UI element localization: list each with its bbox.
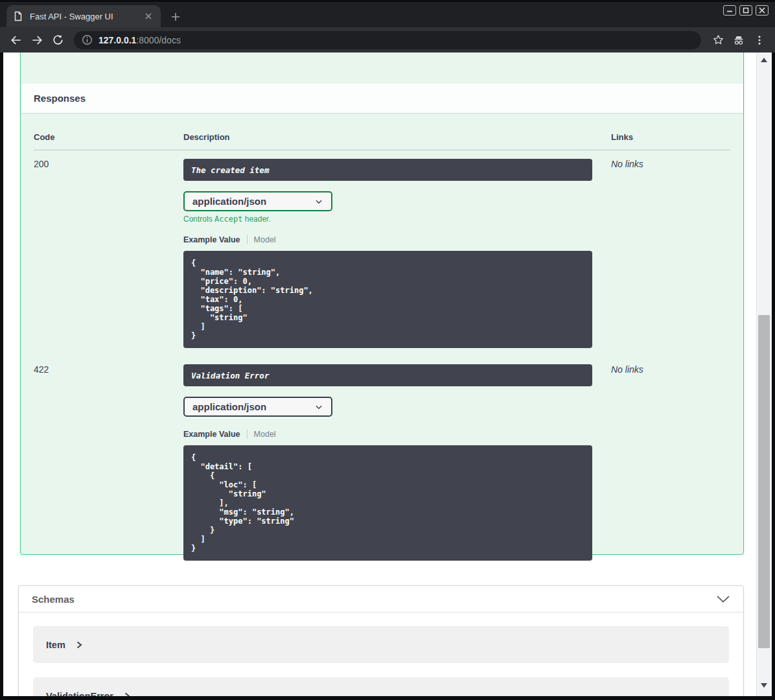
example-json-text: { "detail": [ { "loc": [ "string" ], "ms… [191, 453, 584, 553]
response-description-cell: The created item application/json Contro… [183, 159, 611, 348]
tab-title: Fast API - Swagger UI [30, 12, 143, 21]
media-type-select[interactable]: application/json [183, 397, 332, 417]
url-bar[interactable]: 127.0.0.1:8000/docs [74, 31, 701, 49]
schemas-header[interactable]: Schemas [19, 586, 743, 612]
new-tab-button[interactable] [167, 8, 184, 25]
chevron-right-icon [124, 692, 131, 697]
tab-close-icon[interactable] [143, 10, 154, 22]
accept-header-hint: Controls Accept header. [183, 215, 611, 224]
schema-name: Item [46, 640, 65, 650]
chevron-right-icon [76, 640, 83, 649]
page-viewport: Responses Code Description Links 200 The… [3, 52, 772, 696]
response-description-box: Validation Error [183, 364, 592, 386]
response-description-box: The created item [183, 159, 592, 181]
response-row-422: 422 Validation Error application/json Ex… [34, 356, 730, 561]
schema-item-row[interactable]: Item [33, 626, 729, 663]
responses-table: Code Description Links 200 The created i… [21, 113, 743, 561]
titlebar: Fast API - Swagger UI [0, 0, 775, 27]
chevron-down-icon[interactable] [716, 595, 730, 603]
media-type-select[interactable]: application/json [183, 191, 332, 211]
browser-menu-icon[interactable] [750, 31, 769, 49]
browser-toolbar: 127.0.0.1:8000/docs [0, 27, 775, 52]
schema-validationerror-row[interactable]: ValidationError [33, 677, 729, 696]
column-header-links: Links [611, 132, 730, 142]
window-controls [723, 5, 769, 16]
response-description-cell: Validation Error application/json Exampl… [183, 364, 611, 561]
response-code: 200 [34, 159, 183, 348]
browser-tab[interactable]: Fast API - Swagger UI [6, 5, 161, 27]
tab-separator [247, 429, 248, 439]
tab-separator [247, 235, 248, 244]
url-host: 127.0.0.1 [98, 35, 136, 45]
responses-section-header: Responses [21, 84, 743, 113]
response-row-200: 200 The created item application/json Co… [34, 150, 730, 348]
forward-button[interactable] [27, 30, 47, 50]
incognito-icon [730, 31, 748, 49]
response-links: No links [611, 364, 730, 561]
url-path: :8000/docs [136, 35, 181, 45]
chevron-down-icon [314, 402, 323, 412]
tab-example-value[interactable]: Example Value [183, 235, 240, 244]
response-links: No links [611, 159, 730, 348]
chevron-down-icon [314, 197, 323, 206]
maximize-button[interactable] [739, 5, 752, 16]
response-description-text: Validation Error [191, 371, 269, 380]
column-header-description: Description [183, 132, 611, 142]
tab-model[interactable]: Model [254, 430, 276, 439]
media-type-value: application/json [192, 196, 266, 207]
response-code: 422 [34, 364, 183, 561]
responses-table-head: Code Description Links [34, 113, 730, 150]
minimize-button[interactable] [723, 5, 736, 16]
example-json-block: { "name": "string", "price": 0, "descrip… [183, 251, 592, 348]
scrollbar-thumb[interactable] [758, 315, 770, 648]
schemas-section: Schemas Item ValidationError [18, 585, 744, 696]
schema-name: ValidationError [46, 691, 113, 697]
media-type-value: application/json [192, 401, 266, 412]
responses-title: Responses [34, 93, 86, 104]
url-text: 127.0.0.1:8000/docs [98, 35, 181, 45]
example-model-tabs: Example Value Model [183, 429, 611, 439]
close-button[interactable] [756, 5, 769, 16]
example-json-block: { "detail": [ { "loc": [ "string" ], "ms… [183, 445, 592, 561]
tab-example-value[interactable]: Example Value [183, 430, 240, 439]
example-model-tabs: Example Value Model [183, 235, 611, 244]
example-json-text: { "name": "string", "price": 0, "descrip… [191, 259, 584, 340]
back-button[interactable] [6, 30, 26, 50]
schemas-body: Item ValidationError [19, 612, 743, 696]
scroll-down-arrow-icon[interactable] [761, 683, 767, 688]
reload-button[interactable] [48, 30, 67, 50]
tab-model[interactable]: Model [254, 235, 276, 244]
scroll-up-arrow-icon[interactable] [761, 58, 767, 62]
column-header-code: Code [34, 132, 183, 142]
bookmark-star-icon[interactable] [709, 31, 727, 49]
schemas-title: Schemas [32, 594, 75, 605]
site-info-icon[interactable] [82, 34, 93, 45]
response-description-text: The created item [191, 165, 269, 175]
post-operation-block: Responses Code Description Links 200 The… [20, 52, 744, 555]
page-favicon-icon [13, 11, 23, 21]
vertical-scrollbar[interactable] [756, 52, 772, 696]
